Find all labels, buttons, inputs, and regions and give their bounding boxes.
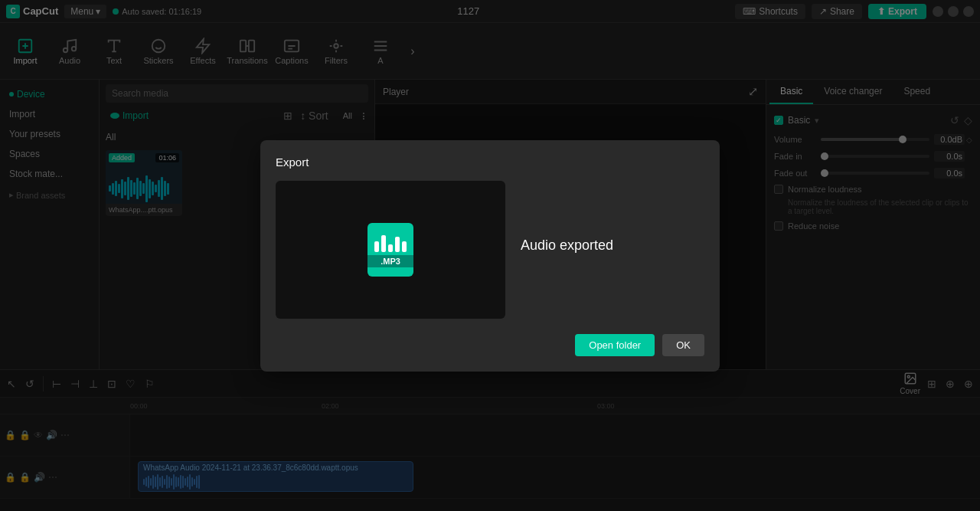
mp3-bar-5 (402, 241, 407, 252)
modal-info: Audio exported (521, 181, 704, 319)
open-folder-label: Open folder (589, 339, 641, 351)
ok-label: OK (676, 339, 691, 351)
ok-button[interactable]: OK (662, 334, 704, 356)
modal-success-text: Audio exported (521, 237, 704, 254)
modal-footer: Open folder OK (276, 334, 704, 356)
mp3-bars (374, 232, 407, 255)
mp3-bar-2 (381, 235, 386, 252)
mp3-file-icon: .MP3 (364, 219, 417, 280)
open-folder-button[interactable]: Open folder (575, 334, 655, 356)
mp3-bar-1 (374, 241, 379, 252)
mp3-icon-body: .MP3 (368, 223, 413, 277)
export-modal: Export .MP3 A (260, 140, 720, 372)
modal-body: .MP3 Audio exported (276, 181, 704, 319)
mp3-file-label: .MP3 (368, 255, 413, 267)
modal-preview: .MP3 (276, 181, 505, 319)
modal-title: Export (276, 156, 704, 169)
modal-overlay: Export .MP3 A (0, 0, 980, 511)
mp3-bar-4 (395, 237, 400, 252)
mp3-bar-3 (388, 244, 393, 252)
